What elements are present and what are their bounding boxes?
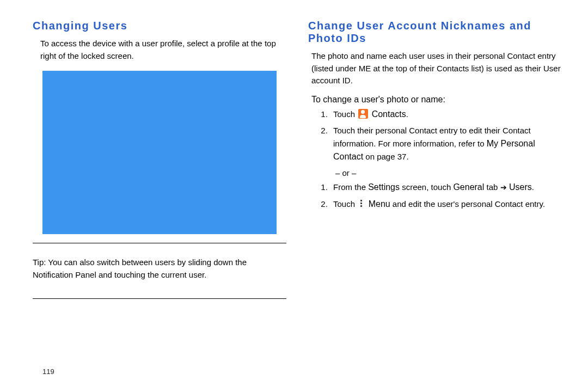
- step-4: Touch Menu and edit the user's personal …: [330, 198, 562, 211]
- step3-e: tab: [484, 182, 500, 192]
- intro-left: To access the device with a user profile…: [33, 38, 286, 62]
- step-1: Touch Contacts.: [330, 108, 562, 121]
- subhead: To change a user's photo or name:: [308, 95, 562, 105]
- heading-change-account: Change User Account Nicknames and Photo …: [308, 20, 562, 45]
- intro-right: The photo and name each user uses in the…: [308, 50, 562, 87]
- step3-g: .: [532, 182, 534, 192]
- step3-b: Settings: [368, 182, 400, 192]
- tip-label: Tip:: [33, 258, 46, 267]
- or-separator: – or –: [335, 168, 562, 177]
- screenshot-placeholder: [42, 71, 277, 234]
- tip-body: You can also switch between users by sli…: [33, 258, 247, 279]
- page-number: 119: [42, 367, 54, 376]
- step3-c: screen, touch: [400, 182, 453, 192]
- step3-d: General: [453, 182, 484, 192]
- divider-bottom: [33, 298, 286, 299]
- step-3: From the Settings screen, touch General …: [330, 181, 562, 194]
- contacts-icon: [358, 109, 368, 119]
- divider-top: [33, 243, 286, 243]
- step3-f: Users: [507, 182, 532, 192]
- step4-a: Touch: [333, 199, 357, 209]
- arrow-icon: ➔: [500, 183, 507, 192]
- menu-icon: [358, 199, 365, 208]
- right-column: Change User Account Nicknames and Photo …: [308, 20, 562, 381]
- tip-text: Tip: You can also switch between users b…: [33, 256, 286, 281]
- step1-a: Touch: [333, 109, 357, 119]
- step3-a: From the: [333, 182, 368, 192]
- step1-c: .: [406, 109, 408, 119]
- step2-c: on page 37.: [363, 152, 408, 161]
- steps-second: From the Settings screen, touch General …: [308, 181, 562, 215]
- left-column: Changing Users To access the device with…: [33, 20, 286, 381]
- manual-page: Changing Users To access the device with…: [0, 0, 588, 392]
- step1-b: Contacts: [369, 109, 406, 119]
- step-2: Touch their personal Contact entry to ed…: [330, 124, 562, 164]
- step4-c: and edit the user's personal Contact ent…: [390, 199, 545, 209]
- heading-changing-users: Changing Users: [33, 20, 286, 32]
- steps-first: Touch Contacts. Touch their personal Con…: [308, 108, 562, 168]
- step4-b: Menu: [366, 199, 390, 209]
